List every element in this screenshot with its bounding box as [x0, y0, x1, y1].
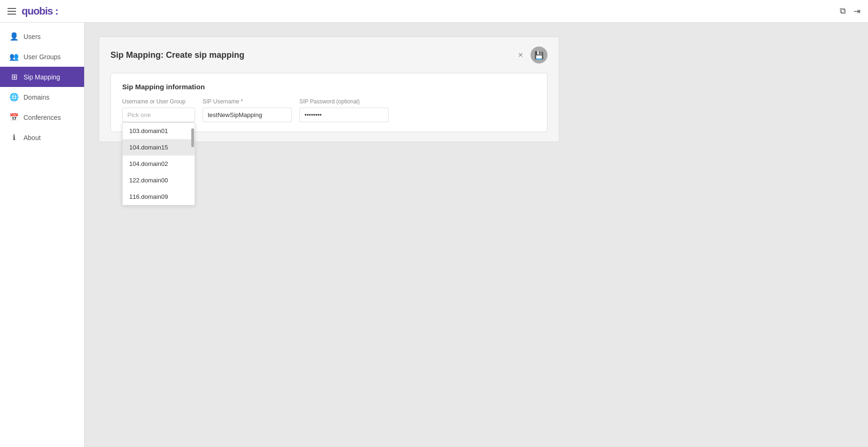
sidebar-item-domains[interactable]: 🌐 Domains — [0, 87, 84, 107]
domains-icon: 🌐 — [9, 93, 19, 102]
modal-title: Sip Mapping: Create sip mapping — [110, 50, 244, 60]
app-logo: quobis : — [22, 5, 58, 17]
info-section-title: Sip Mapping information — [122, 83, 536, 91]
sidebar-item-user-groups[interactable]: 👥 User Groups — [0, 47, 84, 67]
conferences-icon: 📅 — [9, 113, 19, 122]
sidebar-label-user-groups: User Groups — [23, 53, 61, 61]
users-icon: 👤 — [9, 32, 19, 41]
username-field-group: Username or User Group Pick one 103.doma… — [122, 98, 195, 122]
sip-mapping-icon: ⊞ — [9, 72, 19, 81]
screenshare-icon[interactable]: ⧉ — [840, 6, 846, 16]
sip-password-input[interactable] — [299, 108, 389, 122]
sidebar-item-about[interactable]: ℹ About — [0, 127, 84, 148]
sidebar-label-domains: Domains — [23, 94, 49, 101]
modal-header-actions: × 💾 — [514, 47, 547, 63]
form-row: Username or User Group Pick one 103.doma… — [122, 98, 536, 122]
sip-username-group: SIP Username * — [203, 98, 292, 122]
top-bar: quobis : ⧉ ⇥ — [0, 0, 868, 23]
sip-username-input[interactable] — [203, 108, 292, 122]
sidebar-item-users[interactable]: 👤 Users — [0, 26, 84, 47]
menu-toggle[interactable] — [8, 8, 16, 15]
top-bar-right: ⧉ ⇥ — [840, 6, 860, 16]
sidebar-label-sip-mapping: Sip Mapping — [23, 73, 60, 81]
username-label: Username or User Group — [122, 98, 195, 105]
logout-icon[interactable]: ⇥ — [853, 6, 860, 16]
sidebar: 👤 Users 👥 User Groups ⊞ Sip Mapping 🌐 Do… — [0, 23, 85, 447]
dropdown-item-4[interactable]: 116.domain09 — [123, 188, 195, 205]
main-content: Sip Mapping: Create sip mapping × 💾 Sip … — [85, 23, 868, 447]
sidebar-item-sip-mapping[interactable]: ⊞ Sip Mapping — [0, 67, 84, 87]
sidebar-label-conferences: Conferences — [23, 114, 61, 121]
info-section: Sip Mapping information Username or User… — [110, 73, 547, 132]
sip-username-label: SIP Username * — [203, 98, 292, 105]
sip-password-group: SIP Password (optional) — [299, 98, 389, 122]
save-icon: 💾 — [534, 51, 544, 60]
about-icon: ℹ — [9, 133, 19, 142]
dropdown-item-2[interactable]: 104.domain02 — [123, 156, 195, 172]
sip-password-label: SIP Password (optional) — [299, 98, 389, 105]
top-bar-left: quobis : — [8, 5, 840, 17]
username-dropdown-menu: 103.domain01 104.domain15 104.domain02 1… — [122, 122, 195, 205]
close-button[interactable]: × — [514, 48, 527, 62]
dropdown-item-0[interactable]: 103.domain01 — [123, 123, 195, 139]
sidebar-label-about: About — [23, 134, 41, 141]
username-placeholder: Pick one — [127, 111, 151, 118]
modal-header: Sip Mapping: Create sip mapping × 💾 — [110, 47, 547, 63]
sidebar-item-conferences[interactable]: 📅 Conferences — [0, 107, 84, 127]
dropdown-item-3[interactable]: 122.domain00 — [123, 172, 195, 188]
dropdown-item-1[interactable]: 104.domain15 — [123, 139, 195, 156]
username-dropdown-trigger[interactable]: Pick one — [122, 108, 195, 122]
dropdown-scrollbar[interactable] — [191, 128, 194, 147]
modal-panel: Sip Mapping: Create sip mapping × 💾 Sip … — [99, 37, 559, 142]
sidebar-label-users: Users — [23, 33, 41, 40]
user-groups-icon: 👥 — [9, 52, 19, 61]
save-button[interactable]: 💾 — [531, 47, 547, 63]
